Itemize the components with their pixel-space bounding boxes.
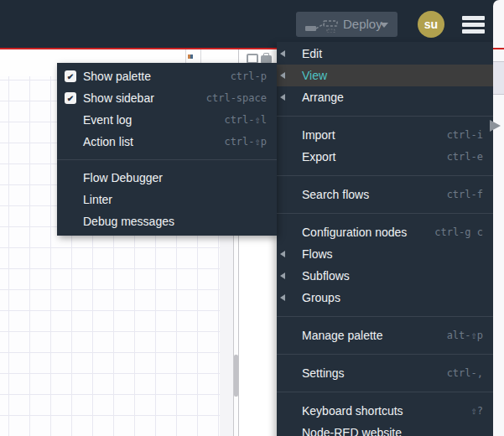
view-submenu-item-linter[interactable]: Linter	[57, 189, 277, 210]
checked-checkbox-icon	[65, 70, 76, 82]
checked-checkbox-icon	[65, 92, 76, 104]
menu-item-label: Search flows	[302, 188, 369, 201]
user-avatar[interactable]: su	[418, 11, 444, 38]
submenu-arrow-icon	[280, 72, 285, 79]
menu-item-shortcut: ctrl-i	[447, 129, 483, 141]
menu-item-label: Flows	[302, 247, 333, 261]
flow-tab-dot-icon	[188, 54, 193, 59]
menu-separator	[277, 175, 493, 176]
menu-item-shortcut: ctrl-⇧l	[224, 114, 267, 126]
menu-item-import[interactable]: Importctrl-i	[277, 124, 493, 146]
main-menu: EditViewArrangeImportctrl-iExportctrl-eS…	[277, 42, 493, 436]
hamburger-menu-icon[interactable]	[462, 16, 485, 34]
menu-item-label: Keyboard shortcuts	[302, 404, 403, 418]
menu-item-label: Manage palette	[302, 329, 383, 342]
header: Deploy su	[0, 0, 504, 48]
menu-item-shortcut: ctrl-g c	[434, 226, 483, 238]
submenu-arrow-icon	[280, 294, 285, 301]
canvas-scrollbar-thumb[interactable]	[234, 355, 238, 397]
menu-item-label: Show sidebar	[83, 91, 154, 105]
menu-item-edit[interactable]: Edit	[277, 43, 493, 65]
menu-item-shortcut: ctrl-,	[447, 367, 483, 379]
menu-item-shortcut: ⇧?	[471, 405, 483, 417]
menu-item-view[interactable]: View	[277, 65, 493, 86]
menu-item-keyboard-shortcuts[interactable]: Keyboard shortcuts⇧?	[277, 400, 493, 422]
menu-item-arrange[interactable]: Arrange	[277, 86, 493, 108]
menu-item-label: Event log	[83, 113, 132, 127]
node-red-editor: Deploy su EditViewArrangeImportctrl-iExp…	[0, 0, 504, 436]
view-submenu-separator	[57, 159, 277, 160]
chevron-down-icon	[380, 23, 388, 28]
view-submenu-item-show-palette[interactable]: Show palettectrl-p	[57, 65, 277, 87]
submenu-arrow-icon	[280, 50, 285, 57]
menu-item-flows[interactable]: Flows	[277, 243, 493, 265]
menu-item-shortcut: ctrl-⇧p	[224, 136, 267, 148]
submenu-arrow-icon	[280, 94, 285, 101]
submenu-arrow-icon	[280, 272, 285, 279]
menu-separator	[277, 316, 493, 317]
menu-item-shortcut: ctrl-space	[206, 92, 267, 104]
menu-item-label: Node-RED website	[302, 426, 402, 436]
menu-item-label: Subflows	[302, 269, 350, 283]
menu-item-label: Action list	[83, 135, 133, 148]
submenu-arrow-icon	[280, 251, 285, 257]
view-submenu: Show palettectrl-pShow sidebarctrl-space…	[57, 63, 277, 236]
menu-item-label: Arrange	[302, 91, 344, 104]
menu-item-label: Import	[302, 128, 335, 142]
menu-item-label: Edit	[302, 47, 322, 60]
menu-item-label: Groups	[302, 291, 340, 304]
menu-item-shortcut: ctrl-e	[447, 151, 483, 163]
page-scrollbar-track[interactable]	[493, 0, 504, 436]
menu-item-node-red-website[interactable]: Node-RED website	[277, 422, 493, 436]
menu-item-label: Show palette	[83, 70, 151, 83]
deploy-button[interactable]: Deploy	[296, 12, 397, 37]
menu-item-groups[interactable]: Groups	[277, 287, 493, 309]
menu-separator	[277, 116, 493, 117]
view-submenu-item-action-list[interactable]: Action listctrl-⇧p	[57, 131, 277, 153]
menu-item-shortcut: ctrl-p	[231, 70, 267, 82]
menu-item-manage-palette[interactable]: Manage palettealt-⇧p	[277, 324, 493, 346]
menu-separator	[277, 213, 493, 214]
menu-item-configuration-nodes[interactable]: Configuration nodesctrl-g c	[277, 221, 493, 243]
deploy-nodes-icon	[304, 19, 341, 33]
deploy-button-label: Deploy	[343, 12, 382, 37]
menu-item-label: Settings	[302, 366, 345, 380]
menu-item-search-flows[interactable]: Search flowsctrl-f	[277, 184, 493, 205]
header-accent-line-segment	[493, 48, 504, 49]
menu-item-settings[interactable]: Settingsctrl-,	[277, 362, 493, 384]
menu-item-export[interactable]: Exportctrl-e	[277, 146, 493, 168]
menu-item-label: View	[302, 69, 327, 82]
view-submenu-item-event-log[interactable]: Event logctrl-⇧l	[57, 109, 277, 131]
menu-separator	[277, 354, 493, 355]
menu-item-label: Flow Debugger	[83, 171, 163, 184]
menu-item-label: Linter	[83, 193, 112, 206]
menu-separator	[277, 392, 493, 392]
menu-item-label: Export	[302, 150, 335, 164]
page-scrollbar-thumb[interactable]	[493, 61, 504, 95]
menu-item-shortcut: alt-⇧p	[447, 330, 483, 341]
menu-item-shortcut: ctrl-f	[447, 189, 483, 200]
view-submenu-item-show-sidebar[interactable]: Show sidebarctrl-space	[57, 87, 277, 109]
view-submenu-item-debug-messages[interactable]: Debug messages	[57, 210, 277, 232]
splitter-arrow-icon[interactable]	[490, 120, 501, 132]
menu-item-label: Configuration nodes	[302, 226, 407, 239]
menu-item-label: Debug messages	[83, 215, 174, 228]
view-submenu-item-flow-debugger[interactable]: Flow Debugger	[57, 167, 277, 189]
menu-item-subflows[interactable]: Subflows	[277, 265, 493, 287]
